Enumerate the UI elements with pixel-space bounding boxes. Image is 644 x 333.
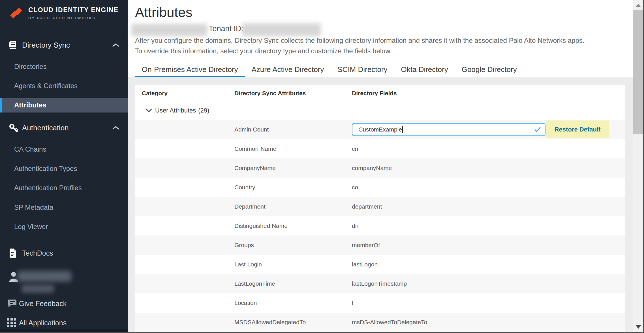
apps-grid-icon	[7, 318, 16, 328]
sidebar-section-directory-sync[interactable]: Directory Sync	[0, 38, 128, 52]
table-row: Common-Name cn	[135, 139, 625, 158]
attributes-table-card: Category Directory Sync Attributes Direc…	[135, 85, 625, 333]
sidebar-item-label: Attributes	[14, 101, 46, 109]
table-row: Groups memberOf	[135, 236, 625, 255]
table-row: Department department	[135, 197, 625, 216]
attribute-value-input[interactable]: CustomExample	[352, 123, 530, 136]
table-row: CompanyName companyName	[135, 158, 625, 178]
table-row: Distinguished Name dn	[135, 216, 625, 236]
sidebar-item-attributes[interactable]: Attributes	[0, 98, 128, 113]
text-cursor-icon	[402, 126, 403, 133]
attribute-name-cell: Country	[234, 178, 255, 197]
redacted-tenant-name	[131, 24, 207, 36]
chevron-up-icon	[112, 126, 119, 130]
attribute-editor: CustomExample Restore Default	[135, 120, 625, 139]
redacted-tenant-id	[242, 23, 321, 36]
directory-field-cell[interactable]: msDS-AllowedToDelegateTo	[352, 313, 427, 332]
table-row: Last Login lastLogon	[135, 255, 625, 274]
chevron-up-icon	[112, 43, 119, 47]
sidebar-item-authentication-profiles[interactable]: Authentication Profiles	[0, 181, 128, 195]
sidebar-item-label: Authentication Profiles	[14, 184, 82, 192]
palo-alto-networks-logo-icon	[8, 6, 24, 20]
tenant-id-label: Tenant ID:	[209, 24, 243, 33]
main-header: Attributes Tenant ID: After you configur…	[128, 0, 633, 77]
brand-title: CLOUD IDENTITY ENGINE	[28, 6, 119, 14]
sidebar-section-label: Authentication	[22, 124, 69, 132]
directory-field-cell[interactable]: l	[352, 293, 353, 313]
book-icon	[9, 41, 17, 50]
attribute-name-cell: Department	[234, 197, 266, 216]
sidebar-item-ca-chains[interactable]: CA Chains	[0, 142, 128, 157]
directory-field-cell[interactable]: lastLogonTimestamp	[352, 274, 407, 293]
directory-field-cell[interactable]: cn	[352, 139, 358, 158]
sidebar-item-authentication-types[interactable]: Authentication Types	[0, 161, 128, 176]
sidebar-item-label: Agents & Certificates	[14, 82, 78, 90]
directory-field-cell[interactable]: co	[352, 178, 358, 197]
scrollbar-up-arrow-icon[interactable]	[636, 4, 641, 7]
table-header: Category Directory Sync Attributes Direc…	[135, 85, 625, 101]
chevron-down-icon	[146, 108, 152, 113]
vertical-scrollbar-thumb[interactable]	[633, 10, 643, 134]
directory-field-cell[interactable]: department	[352, 197, 382, 216]
sidebar: CLOUD IDENTITY ENGINE BY PALO ALTO NETWO…	[0, 0, 128, 333]
scrollbar-down-arrow-icon[interactable]	[636, 325, 641, 329]
attribute-name-cell: Location	[234, 293, 257, 313]
tab-okta-directory[interactable]: Okta Directory	[394, 63, 455, 77]
table-row: Country co	[135, 178, 625, 197]
sidebar-item-label: TechDocs	[22, 249, 53, 257]
sidebar-item-label: Log Viewer	[14, 223, 48, 231]
feedback-bubble-icon	[7, 299, 17, 308]
window-right-edge	[643, 0, 644, 333]
tab-google-directory[interactable]: Google Directory	[455, 63, 524, 77]
group-name: User Attributes	[155, 107, 196, 114]
user-profile[interactable]	[0, 269, 128, 296]
group-count: (29)	[198, 107, 209, 114]
sidebar-section-label: Directory Sync	[22, 41, 70, 50]
tabs: On-Premises Active DirectoryAzure Active…	[135, 63, 524, 77]
attribute-name-cell: Common-Name	[234, 139, 276, 158]
key-icon	[9, 123, 18, 132]
content-area: Category Directory Sync Attributes Direc…	[128, 77, 633, 333]
table-row: Location l	[135, 293, 625, 313]
input-value: CustomExample	[358, 126, 402, 133]
directory-field-cell[interactable]: lastLogon	[352, 255, 378, 274]
sidebar-item-sp-metadata[interactable]: SP Metadata	[0, 200, 128, 215]
category-group-user-attributes[interactable]: User Attributes(29)	[135, 101, 625, 120]
redacted-user-detail	[22, 285, 54, 293]
sidebar-item-agents-certificates[interactable]: Agents & Certificates	[0, 79, 128, 93]
window-bottom-edge	[0, 332, 644, 333]
tab-scim-directory[interactable]: SCIM Directory	[331, 63, 394, 77]
attribute-name-cell: Distinguished Name	[234, 216, 288, 236]
sidebar-item-label: CA Chains	[14, 145, 46, 153]
brand-subtitle: BY PALO ALTO NETWORKS	[28, 16, 119, 20]
column-header-category: Category	[142, 85, 168, 101]
tab-azure-active-directory[interactable]: Azure Active Directory	[245, 63, 331, 77]
table-row: MSDSAllowedDelegatedTo msDS-AllowedToDel…	[135, 313, 625, 332]
sidebar-item-give-feedback[interactable]: Give Feedback	[0, 296, 128, 311]
directory-field-cell[interactable]: memberOf	[352, 236, 380, 255]
directory-field-cell[interactable]: companyName	[352, 158, 392, 178]
sidebar-item-techdocs[interactable]: TechDocs	[0, 246, 128, 260]
column-header-directory-fields: Directory Fields	[352, 85, 397, 101]
sidebar-item-all-applications[interactable]: All Applications	[0, 315, 128, 330]
attribute-editor-control: CustomExample	[352, 123, 545, 136]
tab-on-premises-active-directory[interactable]: On-Premises Active Directory	[135, 63, 245, 77]
group-label: User Attributes(29)	[155, 101, 209, 120]
document-icon	[9, 248, 17, 258]
sidebar-item-log-viewer[interactable]: Log Viewer	[0, 219, 128, 234]
attribute-name-cell: MSDSAllowedDelegatedTo	[234, 313, 306, 332]
description-line-1: After you configure the domains, Directo…	[135, 35, 584, 46]
sidebar-item-label: SP Metadata	[14, 203, 53, 211]
attribute-name-cell: Groups	[234, 236, 254, 255]
sidebar-item-directories[interactable]: Directories	[0, 59, 128, 74]
redacted-user-name	[18, 271, 71, 282]
brand: CLOUD IDENTITY ENGINE BY PALO ALTO NETWO…	[8, 6, 119, 20]
attribute-name-cell: Last Login	[234, 255, 262, 274]
restore-default-button[interactable]: Restore Default	[546, 120, 609, 138]
attribute-name-cell: LastLogonTime	[234, 274, 275, 293]
sidebar-section-authentication[interactable]: Authentication	[0, 120, 128, 135]
directory-field-cell[interactable]: dn	[352, 216, 358, 236]
check-icon	[534, 126, 542, 133]
table-row: LastLogonTime lastLogonTimestamp	[135, 274, 625, 293]
confirm-button[interactable]	[530, 123, 545, 136]
